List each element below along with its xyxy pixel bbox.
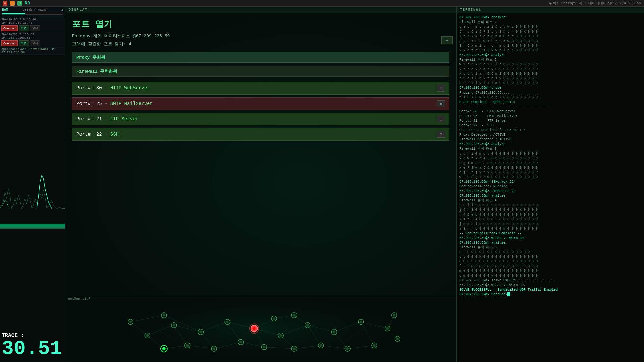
svg-point-53	[213, 347, 215, 350]
firewall-section: Firewall 무력화됨	[72, 66, 449, 77]
terminal-line-59: p t 0 0 0 K 0 0 0 0 0 0 0 0 0 0 0 0 0 0	[459, 255, 641, 259]
ram-bar-container	[2, 13, 63, 15]
left-panel: RAM 288mb / 761mb 3 Shell@193.219.16.46 …	[0, 7, 65, 362]
svg-point-86	[393, 314, 396, 317]
svg-rect-0	[0, 142, 65, 276]
terminal-line-47: j 4 h 3 0 0 0 0 0 0 0 0 0 0 0 K 0 0 0 0	[459, 208, 641, 213]
terminal-line-28: Proxy Detected : ACTIVE	[459, 133, 641, 137]
svg-rect-1	[0, 224, 65, 228]
terminal-line-51: a 3 n r b 0 0 0 0 0 0 N 0 0 0 0 0 0 0 0	[459, 227, 641, 231]
svg-point-49	[186, 344, 189, 347]
main-layout: RAM 288mb / 761mb 3 Shell@193.219.16.46 …	[0, 7, 644, 362]
terminal-line-37: q j u r j y n y 0 0 0 0 0 0 0 0 0 0 0 R	[459, 170, 641, 175]
connection-name-2: Shell@253.7.100.83	[1, 33, 64, 36]
svg-point-51	[199, 330, 202, 333]
svg-point-88	[396, 337, 399, 340]
topbar: × − □ 60 위치: Entropy 계약 데이터베이스@67.209.23…	[0, 0, 644, 7]
terminal-line-33: v p h i 0 m d v 0 0 0 E 0 0 0 0 0 0 0 0	[459, 152, 641, 156]
close-button[interactable]: ×	[3, 1, 7, 6]
terminal-line-11: w 2 h n k n e 2 E 7 b 0 0 0 0 0 0 0 0 0	[459, 62, 641, 67]
ram-bar	[2, 13, 25, 14]
terminal-line-67: SOLVE SUCCESSFUL - Syndicated UDP Traffi…	[459, 288, 641, 292]
terminal-line-3: 5 f p 6 i 5 7 S u v 3 h t j 0 0 K 0 0 0	[459, 29, 641, 34]
terminal-line-69: 67.209.236.59@> PortHack	[459, 292, 641, 297]
terminal-line-13: k d b y 2 a r D 6 m 1 0 0 0 0 0 0 0 0 0	[459, 72, 641, 76]
port-item-80[interactable]: Port#: 80 - HTTP WebServer ⊞	[72, 82, 449, 95]
connection-block-2: Shell@253.7.100.83 IP: 253.7.100.83 Over…	[0, 32, 65, 47]
terminal-line-30: 67.209.236.59@> analyze	[459, 142, 641, 147]
port-item-25[interactable]: Port#: 25 - SMTP MailServer ⊞	[72, 97, 449, 110]
terminal-line-58: n r 0 0 0 0 0 0 0 0 0 0 0 0 0 0 0 0 E	[459, 250, 641, 255]
svg-point-82	[373, 344, 376, 347]
svg-point-76	[333, 330, 335, 333]
port-item-21[interactable]: Port#: 21 - FTP Server ⊞	[72, 113, 449, 125]
terminal-line-48: f 4 D e b 0 0 0 0 0 0 0 0 0 0 0 0 0 0 0	[459, 213, 641, 217]
svg-point-84	[386, 327, 389, 330]
svg-point-47	[173, 324, 175, 327]
connection-ip-2: IP: 253.7.100.83	[1, 36, 64, 40]
topbar-counter: 60	[25, 1, 30, 6]
terminal-line-63: o m 0 0 0 0 0 0 N 0 0 0 0 0 0 0 0 0 0 0	[459, 274, 641, 278]
waveform-display: TRACE : 30.51	[0, 55, 65, 362]
terminal-line-7: 2 x q z e 3 i 6 N w p k p 6 0 0 0 0 0 0	[459, 48, 641, 53]
port-text-80: Port#: 80 - HTTP WebServer	[76, 85, 437, 91]
terminal-cursor	[507, 292, 510, 296]
svg-point-78	[346, 347, 349, 350]
terminal-line-27: Open Ports Required for Crack : 4	[459, 128, 641, 133]
terminal-line-65: 67.209.236.59@> solve EKDFRN............…	[459, 278, 641, 283]
terminal-line-4: 7 b d k k r c z D n m 0 b g 0 0 0 0 0 0	[459, 34, 641, 39]
back-button[interactable]: ←	[441, 36, 453, 44]
terminal-line-50: j q R h i 0 0 0 0 0 0 0 0 0 0 0 0 0 0 0	[459, 222, 641, 227]
status-button-1[interactable]: 상태	[30, 25, 40, 31]
trap-button-1[interactable]: 트랩	[19, 25, 29, 31]
terminal-line-20: Probe Complete - Open ports:	[459, 100, 641, 105]
terminal-line-35: q g 1 m n u 8 3 0 0 0 0 0 0 0 0 0 D 0 0	[459, 161, 641, 166]
terminal-line-44: Firewall 분석 패스 4	[459, 198, 641, 203]
svg-point-43	[146, 334, 149, 337]
port-icon-22: ⊞	[437, 131, 445, 138]
terminal-line-49: 2 1 f 5 4 0 0 0 0 F 0 0 0 0 0 0 0 0 0 0	[459, 217, 641, 222]
status-button-2[interactable]: 상태	[30, 40, 40, 46]
app-label: app:Apache\Web Server\Worm IP: 67.209.23…	[0, 47, 65, 55]
terminal-line-61: f u 0 0 0 0 0 0 0 0 0 0 0 0 0 F 0 0 0 0	[459, 264, 641, 269]
overload-button-2[interactable]: Overload	[1, 40, 18, 46]
minimize-button[interactable]: −	[10, 1, 15, 6]
terminal-line-25: Port#: 22 - SSH	[459, 123, 641, 128]
svg-point-57	[239, 341, 242, 343]
svg-point-72	[306, 324, 309, 327]
trap-button-2[interactable]: 트랩	[19, 40, 29, 46]
crack-info: 크랙에 필요한 포트 열기: 4	[72, 41, 449, 47]
display-header: DISPLAY	[65, 7, 456, 13]
terminal-line-5: 3 p F k n h w k h z u 5 w 0 0 0 0 0 0 0	[459, 39, 641, 44]
trace-display: TRACE : 30.51	[2, 333, 62, 359]
port-item-22[interactable]: Port#: 22 - SSH ⊞	[72, 128, 449, 141]
svg-point-60	[253, 327, 256, 330]
terminal-line-2: p j d f z t y z i 9 c v w z 0 0 E 0 0 0	[459, 25, 641, 29]
maximize-button[interactable]: □	[17, 1, 22, 6]
terminal-header: TERMINAL	[457, 7, 644, 13]
overload-button-1[interactable]: Overload	[1, 25, 18, 31]
terminal-line-55: 67.209.236.59@> analyze	[459, 241, 641, 245]
svg-rect-2	[0, 228, 65, 229]
proxy-label: Proxy 우회됨	[76, 55, 105, 60]
terminal-line-36: x e F 8 w a 5 9 0 0 0 0 0 0 0 0 0 0 0 0	[459, 166, 641, 170]
terminal-line-8: 67.209.236.59@> analyze	[459, 53, 641, 58]
connection-block-1: Shell@193.219.16.46 IP: 193.219.16.46 Ov…	[0, 17, 65, 32]
port-icon-25: ⊞	[437, 100, 445, 107]
terminal-line-0: 67.209.236.59@> analyze	[459, 15, 641, 20]
terminal-line-31: Firewall 분석 패스 3	[459, 147, 641, 152]
terminal-line-46: 9 s l i 9 0 0 E 0 0 0 0 0 0 0 0 0 0 0 0	[459, 203, 641, 208]
svg-point-80	[360, 321, 362, 323]
firewall-label: Firewall 무력화됨	[76, 69, 117, 74]
svg-point-68	[293, 314, 296, 317]
port-open-title: 포트 열기	[72, 18, 449, 30]
terminal-line-18: f l 8 k 8 N 2 0 e g 7 0 0 0 0 0 0 0 0 0.…	[459, 95, 641, 100]
terminal-line-38: w t s 3 g 4 z w 0 0 0 N 0 0 0 0 0 0 0 0	[459, 175, 641, 180]
svg-point-62	[263, 346, 265, 348]
port-list: Port#: 80 - HTTP WebServer ⊞ Port#: 25 -…	[72, 82, 449, 141]
terminal-content[interactable]: 67.209.236.59@> analyzeFirewall 분석 패스 1p…	[457, 13, 644, 362]
svg-point-90	[162, 347, 166, 350]
port-text-25: Port#: 25 - SMTP MailServer	[76, 101, 437, 106]
ram-label: RAM	[2, 8, 8, 12]
svg-point-70	[293, 347, 296, 350]
